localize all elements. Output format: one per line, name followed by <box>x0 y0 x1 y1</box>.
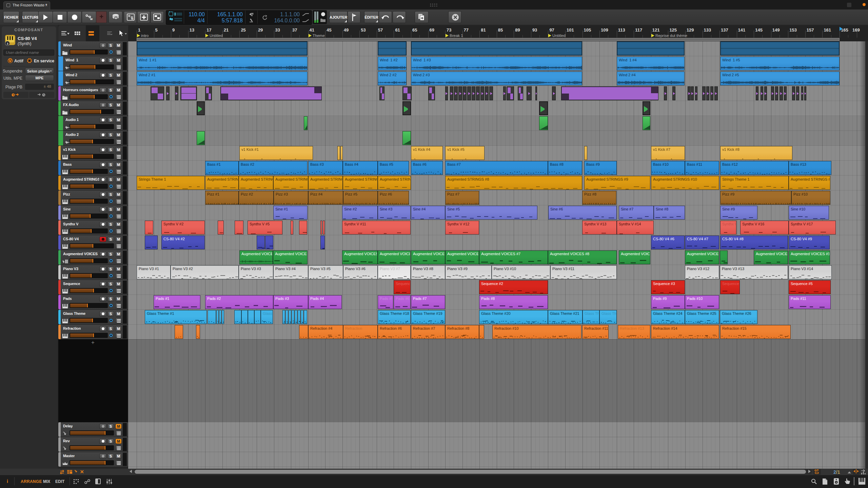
svg-text:w: w <box>90 17 93 21</box>
svg-text:w: w <box>131 17 134 20</box>
